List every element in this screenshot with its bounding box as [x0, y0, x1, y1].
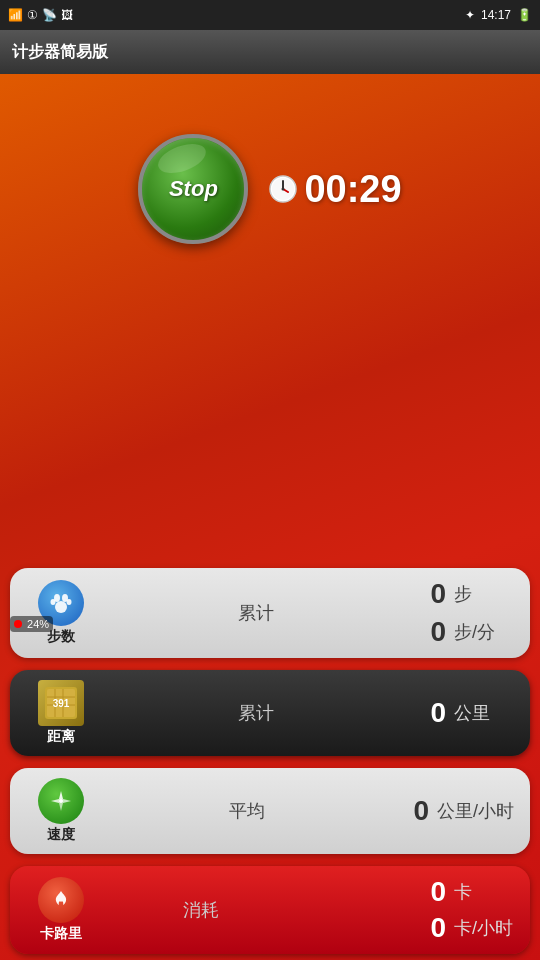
- calorie-middle-label: 消耗: [96, 898, 305, 922]
- sim-icon: ①: [27, 8, 38, 22]
- status-bar: 📶 ① 📡 🖼 ✦ 14:17 🔋: [0, 0, 540, 30]
- distance-card[interactable]: 391 距离 累计 0 公里: [10, 670, 530, 756]
- signal-icon: 📶: [8, 8, 23, 22]
- calorie-values: 0 卡 0 卡/小时: [305, 876, 514, 944]
- image-icon: 🖼: [61, 8, 73, 22]
- calorie-value1: 0: [416, 876, 446, 908]
- stop-button[interactable]: Stop: [138, 134, 248, 244]
- clock-icon: [268, 174, 298, 204]
- badge-percent: 24%: [27, 618, 49, 630]
- speed-value1: 0: [399, 795, 429, 827]
- calorie-unit1: 卡: [454, 880, 514, 904]
- top-section: Stop 00:29: [0, 74, 540, 294]
- wifi-icon: 📡: [42, 8, 57, 22]
- calorie-card[interactable]: 卡路里 消耗 0 卡 0 卡/小时: [10, 866, 530, 954]
- speed-unit1: 公里/小时: [437, 799, 514, 823]
- bluetooth-icon: ✦: [465, 8, 475, 22]
- speed-icon: [38, 778, 84, 824]
- stop-label: Stop: [169, 176, 218, 202]
- title-bar: 计步器简易版: [0, 30, 540, 74]
- speed-card[interactable]: 速度 平均 0 公里/小时: [10, 768, 530, 854]
- main-content: Stop 00:29 24%: [0, 74, 540, 960]
- speed-middle-label: 平均: [96, 799, 399, 823]
- steps-card[interactable]: 步数 累计 0 步 0 步/分: [10, 568, 530, 658]
- steps-row1: 0 步: [416, 578, 514, 610]
- svg-point-9: [67, 599, 72, 605]
- calorie-value2: 0: [416, 912, 446, 944]
- distance-icon-area: 391 距离: [26, 680, 96, 746]
- steps-middle-label: 累计: [96, 601, 416, 625]
- speed-values: 0 公里/小时: [399, 795, 514, 827]
- timer-text: 00:29: [304, 168, 401, 211]
- steps-unit2: 步/分: [454, 620, 514, 644]
- svg-point-10: [55, 601, 67, 613]
- time-display: 14:17: [481, 8, 511, 22]
- distance-icon-label: 距离: [47, 728, 75, 746]
- speed-row1: 0 公里/小时: [399, 795, 514, 827]
- app-title: 计步器简易版: [12, 42, 108, 63]
- distance-values: 0 公里: [416, 697, 514, 729]
- calorie-icon: [38, 877, 84, 923]
- timer-display: 00:29: [268, 168, 401, 211]
- battery-icon: 🔋: [517, 8, 532, 22]
- steps-values: 0 步 0 步/分: [416, 578, 514, 648]
- svg-point-8: [51, 599, 56, 605]
- calorie-unit2: 卡/小时: [454, 916, 514, 940]
- steps-row2: 0 步/分: [416, 616, 514, 648]
- steps-value1: 0: [416, 578, 446, 610]
- steps-value2: 0: [416, 616, 446, 648]
- svg-point-4: [282, 188, 285, 191]
- distance-icon: 391: [38, 680, 84, 726]
- speed-icon-label: 速度: [47, 826, 75, 844]
- svg-point-19: [59, 799, 63, 803]
- status-right: ✦ 14:17 🔋: [465, 8, 532, 22]
- calorie-row1: 0 卡: [416, 876, 514, 908]
- steps-unit1: 步: [454, 582, 514, 606]
- speed-icon-area: 速度: [26, 778, 96, 844]
- distance-row1: 0 公里: [416, 697, 514, 729]
- distance-unit1: 公里: [454, 701, 514, 725]
- steps-icon-area: 步数: [26, 580, 96, 646]
- calorie-row2: 0 卡/小时: [416, 912, 514, 944]
- svg-text:391: 391: [53, 698, 70, 709]
- red-dot: [14, 620, 22, 628]
- calorie-icon-area: 卡路里: [26, 877, 96, 943]
- distance-value1: 0: [416, 697, 446, 729]
- calorie-icon-label: 卡路里: [40, 925, 82, 943]
- badge-24: 24%: [10, 616, 53, 632]
- status-left: 📶 ① 📡 🖼: [8, 8, 73, 22]
- distance-middle-label: 累计: [96, 701, 416, 725]
- stats-container: 步数 累计 0 步 0 步/分: [0, 562, 540, 960]
